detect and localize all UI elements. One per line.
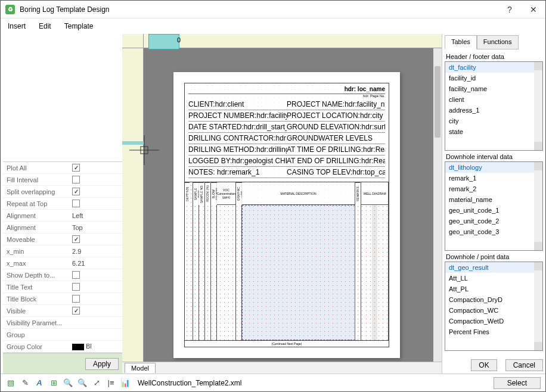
log-body[interactable]: DEPTH (ft) SAMPLE TYPE SAMPLE NO. RECOV.… bbox=[185, 182, 389, 340]
property-row[interactable]: AlignmentTop bbox=[3, 222, 122, 234]
checkbox-icon[interactable] bbox=[72, 295, 80, 303]
grid-tool-icon[interactable]: ⊞ bbox=[48, 378, 59, 388]
checkbox-icon[interactable] bbox=[72, 283, 80, 291]
checkbox-icon[interactable] bbox=[72, 200, 80, 207]
menu-edit[interactable]: Edit bbox=[39, 22, 51, 30]
list-item[interactable]: Compaction_WC bbox=[445, 305, 542, 316]
checkbox-icon[interactable] bbox=[72, 164, 80, 172]
property-row[interactable]: Show Depth to... bbox=[3, 269, 122, 281]
property-value[interactable]: Bl bbox=[71, 343, 122, 350]
well-diagram-col[interactable]: WELL DIAGRAM bbox=[361, 182, 389, 340]
property-value[interactable]: 2.9 bbox=[71, 248, 122, 255]
close-button[interactable]: ✕ bbox=[522, 1, 545, 18]
rect-tool-icon[interactable]: ▧ bbox=[5, 378, 16, 388]
apply-button[interactable]: Apply bbox=[85, 358, 119, 370]
list-item[interactable]: dt_lithology bbox=[445, 162, 542, 173]
list-item[interactable]: Compaction_WetD bbox=[445, 316, 542, 326]
tab-tables[interactable]: Tables bbox=[445, 35, 477, 49]
property-value[interactable] bbox=[71, 235, 122, 243]
property-value[interactable] bbox=[71, 307, 122, 315]
chart-tool-icon[interactable]: 📊 bbox=[120, 378, 131, 388]
checkbox-icon[interactable] bbox=[72, 307, 80, 315]
checkbox-icon[interactable] bbox=[72, 188, 80, 195]
list-item[interactable]: dt_geo_result bbox=[445, 262, 542, 273]
property-value[interactable] bbox=[71, 164, 122, 172]
checkbox-icon[interactable] bbox=[72, 176, 80, 183]
property-value[interactable] bbox=[71, 295, 122, 303]
scrollbar-icon[interactable] bbox=[534, 62, 542, 150]
text-tool-icon[interactable]: A bbox=[34, 378, 45, 388]
property-row[interactable]: x_max6.21 bbox=[3, 257, 122, 269]
scrollbar-icon[interactable] bbox=[534, 262, 542, 350]
property-row[interactable]: Visibility Paramet... bbox=[3, 317, 122, 329]
tab-functions[interactable]: Functions bbox=[477, 35, 519, 49]
downhole-interval-list[interactable]: dt_lithologyremark_1remark_2material_nam… bbox=[445, 161, 543, 251]
align-tool-icon[interactable]: |≡ bbox=[106, 378, 116, 388]
cancel-button[interactable]: Cancel bbox=[505, 359, 543, 371]
tab-model[interactable]: Model bbox=[125, 363, 156, 373]
property-row[interactable]: Group bbox=[3, 329, 122, 341]
property-value[interactable] bbox=[71, 283, 122, 291]
material-description-col[interactable]: MATERIAL DESCRIPTION bbox=[242, 182, 355, 340]
property-row[interactable]: Split overlapping bbox=[3, 186, 122, 198]
ruler-horizontal[interactable]: 0 bbox=[144, 34, 442, 48]
property-row[interactable]: Title Block bbox=[3, 293, 122, 305]
list-item[interactable]: Att_LL bbox=[445, 273, 542, 284]
property-row[interactable]: Title Text bbox=[3, 281, 122, 293]
canvas-scrollbar[interactable] bbox=[433, 48, 442, 362]
list-item[interactable]: material_name bbox=[445, 194, 542, 205]
list-item[interactable]: remark_1 bbox=[445, 173, 542, 183]
template-page[interactable]: hdr: loc_name hdr: Page No. CLIENT:hdr:c… bbox=[173, 72, 400, 358]
zoom-fit-icon[interactable]: ⤢ bbox=[91, 378, 102, 388]
menu-template[interactable]: Template bbox=[64, 22, 94, 30]
checkbox-icon[interactable] bbox=[72, 235, 80, 243]
list-item[interactable]: geo_unit_code_3 bbox=[445, 226, 542, 237]
list-item[interactable]: remark_2 bbox=[445, 183, 542, 194]
pencil-tool-icon[interactable]: ✎ bbox=[20, 378, 30, 388]
property-row[interactable]: Fill Interval bbox=[3, 174, 122, 186]
list-item[interactable]: geo_unit_code_1 bbox=[445, 205, 542, 216]
list-item[interactable]: address_1 bbox=[445, 105, 542, 116]
property-name: Alignment bbox=[3, 224, 71, 231]
property-value[interactable] bbox=[71, 176, 122, 183]
downhole-point-list[interactable]: dt_geo_resultAtt_LLAtt_PLCompaction_DryD… bbox=[445, 262, 543, 351]
page-header[interactable]: hdr: loc_name hdr: Page No. CLIENT:hdr:c… bbox=[185, 83, 389, 182]
ruler-vertical[interactable] bbox=[122, 48, 144, 362]
menu-insert[interactable]: Insert bbox=[8, 22, 26, 30]
property-value[interactable] bbox=[71, 271, 122, 279]
canvas-viewport[interactable]: hdr: loc_name hdr: Page No. CLIENT:hdr:c… bbox=[144, 48, 433, 362]
list-item[interactable]: Compaction_DryD bbox=[445, 294, 542, 305]
zoom-tool-icon[interactable]: 🔍 bbox=[63, 378, 73, 388]
list-item[interactable]: Att_PL bbox=[445, 284, 542, 294]
help-button[interactable]: ? bbox=[498, 1, 522, 18]
property-value[interactable] bbox=[71, 188, 122, 195]
property-value[interactable]: 6.21 bbox=[71, 260, 122, 267]
property-row[interactable]: Group ColorBl bbox=[3, 341, 122, 353]
filename-label: WellConstruction_Template2.xml bbox=[138, 379, 242, 387]
property-row[interactable]: AlignmentLeft bbox=[3, 210, 122, 222]
list-item[interactable]: state bbox=[445, 126, 542, 137]
list-item[interactable]: dt_facility bbox=[445, 62, 542, 73]
list-item[interactable]: city bbox=[445, 116, 542, 126]
select-button[interactable]: Select bbox=[494, 377, 541, 389]
property-row[interactable]: Repeat at Top bbox=[3, 198, 122, 210]
property-value[interactable]: Top bbox=[71, 224, 122, 231]
property-value[interactable]: Left bbox=[71, 212, 122, 219]
property-row[interactable]: x_min2.9 bbox=[3, 245, 122, 257]
property-name: Fill Interval bbox=[3, 176, 71, 183]
header-footer-list[interactable]: dt_facilityfacility_idfacility_nameclien… bbox=[445, 61, 543, 151]
property-row[interactable]: Visible bbox=[3, 305, 122, 317]
checkbox-icon[interactable] bbox=[72, 271, 80, 279]
property-row[interactable]: Moveable bbox=[3, 234, 122, 245]
zoom-out-icon[interactable]: 🔍 bbox=[77, 378, 88, 388]
list-item[interactable]: Percent Fines bbox=[445, 326, 542, 337]
list-item[interactable]: geo_unit_code_2 bbox=[445, 216, 542, 226]
ok-button[interactable]: OK bbox=[471, 359, 497, 371]
scrollbar-icon[interactable] bbox=[534, 162, 542, 250]
list-item[interactable]: client bbox=[445, 94, 542, 105]
property-row[interactable]: Plot All bbox=[3, 162, 122, 174]
window-title: Boring Log Template Design bbox=[20, 5, 498, 14]
list-item[interactable]: facility_name bbox=[445, 83, 542, 94]
property-value[interactable] bbox=[71, 200, 122, 207]
list-item[interactable]: facility_id bbox=[445, 73, 542, 83]
